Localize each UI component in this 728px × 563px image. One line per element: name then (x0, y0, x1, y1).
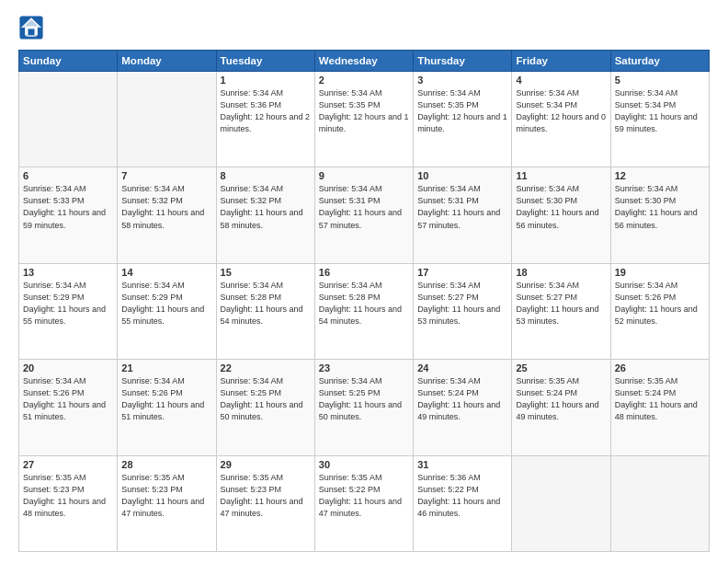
day-info: Sunrise: 5:34 AMSunset: 5:35 PMDaylight:… (319, 87, 409, 135)
calendar-cell: 26Sunrise: 5:35 AMSunset: 5:24 PMDayligh… (610, 360, 709, 455)
calendar-cell: 28Sunrise: 5:35 AMSunset: 5:23 PMDayligh… (118, 455, 216, 551)
calendar-week-row: 13Sunrise: 5:34 AMSunset: 5:29 PMDayligh… (19, 263, 710, 359)
day-number: 26 (615, 362, 705, 373)
calendar-week-row: 1Sunrise: 5:34 AMSunset: 5:36 PMDaylight… (19, 72, 710, 167)
calendar-cell: 31Sunrise: 5:36 AMSunset: 5:22 PMDayligh… (414, 455, 512, 551)
day-info: Sunrise: 5:34 AMSunset: 5:26 PMDaylight:… (121, 375, 211, 423)
page: SundayMondayTuesdayWednesdayThursdayFrid… (0, 0, 728, 563)
calendar-cell: 8Sunrise: 5:34 AMSunset: 5:32 PMDaylight… (216, 167, 314, 263)
calendar-table: SundayMondayTuesdayWednesdayThursdayFrid… (18, 50, 710, 552)
day-number: 12 (615, 170, 705, 181)
day-info: Sunrise: 5:34 AMSunset: 5:27 PMDaylight:… (516, 280, 606, 327)
day-number: 8 (221, 170, 311, 181)
calendar-header-wednesday: Wednesday (314, 51, 413, 72)
day-info: Sunrise: 5:35 AMSunset: 5:23 PMDaylight:… (23, 472, 113, 520)
calendar-week-row: 27Sunrise: 5:35 AMSunset: 5:23 PMDayligh… (19, 455, 710, 551)
day-number: 16 (319, 267, 409, 278)
calendar-cell: 3Sunrise: 5:34 AMSunset: 5:35 PMDaylight… (414, 72, 512, 167)
calendar-header-monday: Monday (118, 51, 216, 72)
calendar-cell: 11Sunrise: 5:34 AMSunset: 5:30 PMDayligh… (512, 167, 610, 263)
day-info: Sunrise: 5:35 AMSunset: 5:22 PMDaylight:… (319, 472, 409, 520)
day-info: Sunrise: 5:34 AMSunset: 5:34 PMDaylight:… (516, 87, 606, 135)
calendar-cell: 5Sunrise: 5:34 AMSunset: 5:34 PMDaylight… (610, 72, 709, 167)
calendar-cell: 13Sunrise: 5:34 AMSunset: 5:29 PMDayligh… (19, 263, 118, 359)
calendar-cell (19, 72, 118, 167)
svg-rect-4 (28, 29, 35, 35)
day-info: Sunrise: 5:34 AMSunset: 5:30 PMDaylight:… (615, 183, 705, 231)
day-info: Sunrise: 5:34 AMSunset: 5:29 PMDaylight:… (121, 280, 211, 327)
day-info: Sunrise: 5:34 AMSunset: 5:26 PMDaylight:… (615, 280, 705, 327)
day-number: 6 (23, 170, 113, 181)
day-info: Sunrise: 5:35 AMSunset: 5:24 PMDaylight:… (516, 375, 606, 423)
day-number: 24 (417, 362, 507, 373)
calendar-cell: 21Sunrise: 5:34 AMSunset: 5:26 PMDayligh… (118, 360, 216, 455)
calendar-cell (512, 455, 610, 551)
day-number: 11 (516, 170, 606, 181)
calendar-cell: 4Sunrise: 5:34 AMSunset: 5:34 PMDaylight… (512, 72, 610, 167)
calendar-cell: 24Sunrise: 5:34 AMSunset: 5:24 PMDayligh… (414, 360, 512, 455)
calendar-cell: 6Sunrise: 5:34 AMSunset: 5:33 PMDaylight… (19, 167, 118, 263)
day-info: Sunrise: 5:34 AMSunset: 5:24 PMDaylight:… (417, 375, 507, 423)
calendar-week-row: 20Sunrise: 5:34 AMSunset: 5:26 PMDayligh… (19, 360, 710, 455)
calendar-cell: 22Sunrise: 5:34 AMSunset: 5:25 PMDayligh… (216, 360, 314, 455)
calendar-header-thursday: Thursday (414, 51, 512, 72)
calendar-cell: 18Sunrise: 5:34 AMSunset: 5:27 PMDayligh… (512, 263, 610, 359)
day-info: Sunrise: 5:34 AMSunset: 5:32 PMDaylight:… (121, 183, 211, 231)
day-number: 3 (417, 75, 507, 86)
day-number: 27 (23, 459, 113, 470)
day-info: Sunrise: 5:34 AMSunset: 5:30 PMDaylight:… (516, 183, 606, 231)
day-info: Sunrise: 5:35 AMSunset: 5:23 PMDaylight:… (221, 472, 311, 520)
day-number: 20 (23, 362, 113, 373)
day-number: 25 (516, 362, 606, 373)
day-info: Sunrise: 5:34 AMSunset: 5:27 PMDaylight:… (417, 280, 507, 327)
day-number: 1 (221, 75, 311, 86)
calendar-cell: 2Sunrise: 5:34 AMSunset: 5:35 PMDaylight… (314, 72, 413, 167)
calendar-cell: 14Sunrise: 5:34 AMSunset: 5:29 PMDayligh… (118, 263, 216, 359)
day-number: 13 (23, 267, 113, 278)
day-number: 18 (516, 267, 606, 278)
day-info: Sunrise: 5:34 AMSunset: 5:34 PMDaylight:… (615, 87, 705, 135)
calendar-cell: 15Sunrise: 5:34 AMSunset: 5:28 PMDayligh… (216, 263, 314, 359)
logo (18, 15, 48, 40)
calendar-header-tuesday: Tuesday (216, 51, 314, 72)
calendar-cell: 9Sunrise: 5:34 AMSunset: 5:31 PMDaylight… (314, 167, 413, 263)
day-number: 4 (516, 75, 606, 86)
day-info: Sunrise: 5:35 AMSunset: 5:23 PMDaylight:… (121, 472, 211, 520)
calendar-cell: 27Sunrise: 5:35 AMSunset: 5:23 PMDayligh… (19, 455, 118, 551)
calendar-cell: 12Sunrise: 5:34 AMSunset: 5:30 PMDayligh… (610, 167, 709, 263)
day-info: Sunrise: 5:34 AMSunset: 5:32 PMDaylight:… (221, 183, 311, 231)
calendar-cell: 10Sunrise: 5:34 AMSunset: 5:31 PMDayligh… (414, 167, 512, 263)
day-number: 2 (319, 75, 409, 86)
day-info: Sunrise: 5:34 AMSunset: 5:33 PMDaylight:… (23, 183, 113, 231)
calendar-cell: 7Sunrise: 5:34 AMSunset: 5:32 PMDaylight… (118, 167, 216, 263)
calendar-cell: 30Sunrise: 5:35 AMSunset: 5:22 PMDayligh… (314, 455, 413, 551)
day-info: Sunrise: 5:34 AMSunset: 5:35 PMDaylight:… (417, 87, 507, 135)
calendar-header-row: SundayMondayTuesdayWednesdayThursdayFrid… (19, 51, 710, 72)
calendar-cell: 19Sunrise: 5:34 AMSunset: 5:26 PMDayligh… (610, 263, 709, 359)
day-number: 7 (121, 170, 211, 181)
calendar-cell (610, 455, 709, 551)
day-number: 30 (319, 459, 409, 470)
day-info: Sunrise: 5:34 AMSunset: 5:31 PMDaylight:… (417, 183, 507, 231)
calendar-week-row: 6Sunrise: 5:34 AMSunset: 5:33 PMDaylight… (19, 167, 710, 263)
logo-icon (18, 15, 44, 40)
calendar-cell: 1Sunrise: 5:34 AMSunset: 5:36 PMDaylight… (216, 72, 314, 167)
day-number: 22 (221, 362, 311, 373)
day-number: 10 (417, 170, 507, 181)
day-number: 23 (319, 362, 409, 373)
day-info: Sunrise: 5:34 AMSunset: 5:36 PMDaylight:… (221, 87, 311, 135)
day-info: Sunrise: 5:34 AMSunset: 5:25 PMDaylight:… (319, 375, 409, 423)
day-number: 29 (221, 459, 311, 470)
day-number: 19 (615, 267, 705, 278)
calendar-cell: 25Sunrise: 5:35 AMSunset: 5:24 PMDayligh… (512, 360, 610, 455)
day-info: Sunrise: 5:34 AMSunset: 5:31 PMDaylight:… (319, 183, 409, 231)
calendar-cell (118, 72, 216, 167)
calendar-header-saturday: Saturday (610, 51, 709, 72)
day-info: Sunrise: 5:35 AMSunset: 5:24 PMDaylight:… (615, 375, 705, 423)
day-info: Sunrise: 5:34 AMSunset: 5:26 PMDaylight:… (23, 375, 113, 423)
calendar-header-sunday: Sunday (19, 51, 118, 72)
day-info: Sunrise: 5:34 AMSunset: 5:28 PMDaylight:… (221, 280, 311, 327)
day-info: Sunrise: 5:36 AMSunset: 5:22 PMDaylight:… (417, 472, 507, 520)
day-info: Sunrise: 5:34 AMSunset: 5:25 PMDaylight:… (221, 375, 311, 423)
day-number: 31 (417, 459, 507, 470)
